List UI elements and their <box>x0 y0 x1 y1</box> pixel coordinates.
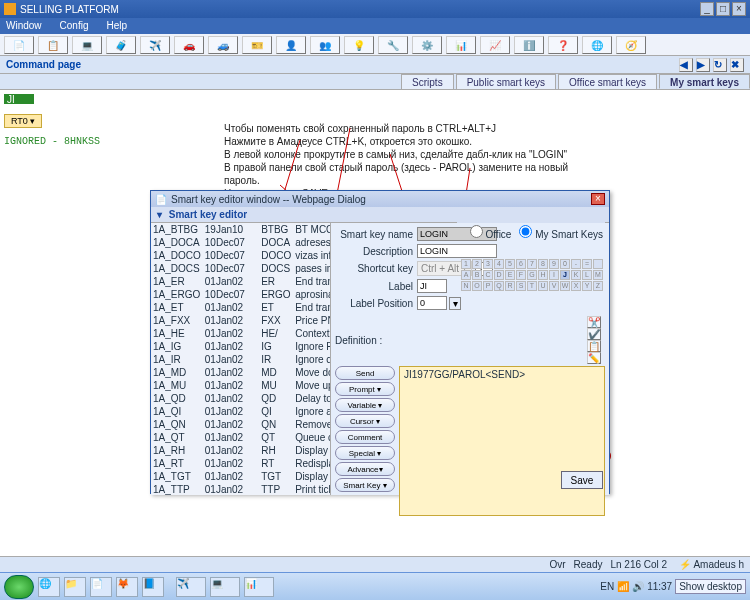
def-btn-2[interactable]: Variable ▾ <box>335 398 395 412</box>
def-btn-4[interactable]: Comment <box>335 430 395 444</box>
key-Q[interactable]: Q <box>494 281 504 291</box>
key-M[interactable]: M <box>593 270 603 280</box>
radio-my-smart-keys[interactable]: My Smart Keys <box>519 225 603 240</box>
toolbar-btn-11[interactable]: 💡 <box>344 36 374 54</box>
menu-help[interactable]: Help <box>106 20 127 32</box>
toolbar-btn-15[interactable]: 📈 <box>480 36 510 54</box>
definition-editor[interactable]: JI1977GG/PAROL<SEND> <box>399 366 605 516</box>
tab-scripts[interactable]: Scripts <box>401 74 454 89</box>
key-C[interactable]: C <box>483 270 493 280</box>
key-B[interactable]: B <box>472 270 482 280</box>
expand-icon[interactable]: ▾ <box>157 209 162 220</box>
task-app-1[interactable]: ✈️ <box>176 577 206 597</box>
toolbar-btn-1[interactable]: 📄 <box>4 36 34 54</box>
table-row[interactable]: 1A_IG01Jan02IGIgnore PN <box>151 340 331 353</box>
pos-spinner[interactable]: ▾ <box>449 297 461 310</box>
nav-stop-button[interactable]: ✖ <box>730 58 744 72</box>
key-A[interactable]: A <box>461 270 471 280</box>
key-7[interactable]: 7 <box>527 259 537 269</box>
table-row[interactable]: 1A_QN01Jan02QNRemove fr <box>151 418 331 431</box>
table-row[interactable]: 1A_QT01Jan02QTQueue co <box>151 431 331 444</box>
tray-lang[interactable]: EN <box>600 581 614 592</box>
toolbar-btn-7[interactable]: 🚙 <box>208 36 238 54</box>
task-app-3[interactable]: 📊 <box>244 577 274 597</box>
table-row[interactable]: 1A_ERGO10Dec07ERGOaprosina <box>151 288 331 301</box>
toolbar-btn-12[interactable]: 🔧 <box>378 36 408 54</box>
task-folder[interactable]: 📁 <box>64 577 86 597</box>
def-btn-3[interactable]: Cursor ▾ <box>335 414 395 428</box>
toolbar-btn-6[interactable]: 🚗 <box>174 36 204 54</box>
def-tool-4[interactable]: ✏️ <box>587 352 601 364</box>
task-oo[interactable]: 📘 <box>142 577 164 597</box>
table-row[interactable]: 1A_DOCO10Dec07DOCOvizas info <box>151 249 331 262</box>
def-btn-1[interactable]: Prompt ▾ <box>335 382 395 396</box>
save-button[interactable]: Save <box>561 471 603 489</box>
key-Z[interactable]: Z <box>593 281 603 291</box>
task-doc[interactable]: 📄 <box>90 577 112 597</box>
key-2[interactable]: 2 <box>472 259 482 269</box>
def-btn-6[interactable]: Advance▾ <box>335 462 395 476</box>
table-row[interactable]: 1A_MU01Jan02MUMove up <box>151 379 331 392</box>
toolbar-btn-10[interactable]: 👥 <box>310 36 340 54</box>
table-row[interactable]: 1A_TTP01Jan02TTPPrint ticke <box>151 483 331 495</box>
key-Y[interactable]: Y <box>582 281 592 291</box>
nav-back-button[interactable]: ◀ <box>679 58 693 72</box>
def-tool-3[interactable]: 📋 <box>587 340 601 352</box>
key-I[interactable]: I <box>549 270 559 280</box>
def-btn-0[interactable]: Send <box>335 366 395 380</box>
table-row[interactable]: 1A_DOCA10Dec07DOCAadreses ii <box>151 236 331 249</box>
toolbar-btn-8[interactable]: 🎫 <box>242 36 272 54</box>
key-E[interactable]: E <box>505 270 515 280</box>
key-5[interactable]: 5 <box>505 259 515 269</box>
toolbar-btn-13[interactable]: ⚙️ <box>412 36 442 54</box>
key-X[interactable]: X <box>571 281 581 291</box>
key-0[interactable]: 0 <box>560 259 570 269</box>
def-tool-2[interactable]: ✔️ <box>587 328 601 340</box>
table-row[interactable]: 1A_IR01Jan02IRIgnore ch <box>151 353 331 366</box>
toolbar-btn-5[interactable]: ✈️ <box>140 36 170 54</box>
key-H[interactable]: H <box>538 270 548 280</box>
tray-net-icon[interactable]: 📶 <box>617 581 629 592</box>
table-row[interactable]: 1A_BTBG19Jan10BTBGBT MCO 9... <box>151 223 331 236</box>
key-=[interactable]: = <box>582 259 592 269</box>
key-V[interactable]: V <box>549 281 559 291</box>
def-tool-1[interactable]: ✂️ <box>587 316 601 328</box>
key- [interactable] <box>593 259 603 269</box>
key-3[interactable]: 3 <box>483 259 493 269</box>
def-btn-5[interactable]: Special ▾ <box>335 446 395 460</box>
menu-window[interactable]: Window <box>6 20 42 32</box>
key-T[interactable]: T <box>527 281 537 291</box>
toolbar-btn-19[interactable]: 🧭 <box>616 36 646 54</box>
key-O[interactable]: O <box>472 281 482 291</box>
table-row[interactable]: 1A_RH01Jan02RHDisplay P <box>151 444 331 457</box>
key-S[interactable]: S <box>516 281 526 291</box>
tab-my-smart-keys[interactable]: My smart keys <box>659 74 750 89</box>
start-button[interactable] <box>4 575 34 599</box>
table-row[interactable]: 1A_QD01Jan02QDDelay to b <box>151 392 331 405</box>
table-row[interactable]: 1A_RT01Jan02RTRedisplay <box>151 457 331 470</box>
radio-office[interactable]: Office <box>470 225 512 240</box>
toolbar-btn-9[interactable]: 👤 <box>276 36 306 54</box>
def-btn-7[interactable]: Smart Key ▾ <box>335 478 395 492</box>
key-U[interactable]: U <box>538 281 548 291</box>
key-F[interactable]: F <box>516 270 526 280</box>
key-4[interactable]: 4 <box>494 259 504 269</box>
nav-refresh-button[interactable]: ↻ <box>713 58 727 72</box>
toolbar-btn-16[interactable]: ℹ️ <box>514 36 544 54</box>
key-P[interactable]: P <box>483 281 493 291</box>
pos-input[interactable] <box>417 296 447 310</box>
toolbar-btn-2[interactable]: 📋 <box>38 36 68 54</box>
key-K[interactable]: K <box>571 270 581 280</box>
maximize-button[interactable]: □ <box>716 2 730 16</box>
key-L[interactable]: L <box>582 270 592 280</box>
tab-public-smart-keys[interactable]: Public smart keys <box>456 74 556 89</box>
task-app-2[interactable]: 💻 <box>210 577 240 597</box>
toolbar-btn-4[interactable]: 🧳 <box>106 36 136 54</box>
toolbar-btn-3[interactable]: 💻 <box>72 36 102 54</box>
table-row[interactable]: 1A_QI01Jan02QIIgnore an <box>151 405 331 418</box>
label-input[interactable] <box>417 279 447 293</box>
left-pane-list[interactable]: 1A_BTBG19Jan10BTBGBT MCO 9...1A_DOCA10De… <box>151 223 331 495</box>
show-desktop-button[interactable]: Show desktop <box>675 579 746 594</box>
key-W[interactable]: W <box>560 281 570 291</box>
key-G[interactable]: G <box>527 270 537 280</box>
